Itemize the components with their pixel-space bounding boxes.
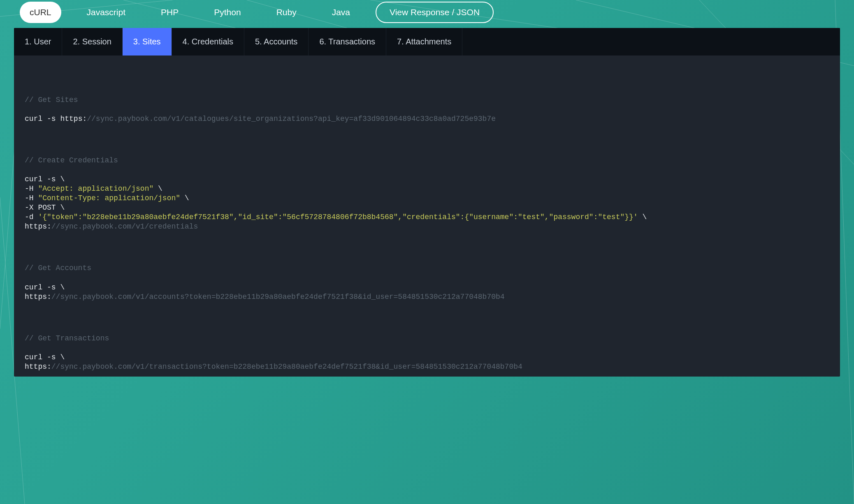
code-token: \ (180, 194, 189, 202)
code-token: \ (153, 185, 162, 193)
lang-tab-java[interactable]: Java (322, 2, 360, 23)
code-line: curl -s \ (25, 353, 829, 362)
code-token: https: (25, 293, 51, 301)
code-line: -X POST \ (25, 203, 829, 213)
code-line: -d '{"token":"b228ebe11b29a80aebfe24def7… (25, 213, 829, 222)
step-tab--transactions[interactable]: 6. Transactions (309, 28, 386, 55)
code-token: //sync.paybook.com/v1/transactions?token… (51, 363, 522, 371)
lang-tab-javascript[interactable]: Javascript (77, 2, 136, 23)
code-token: "Accept: application/json" (38, 185, 153, 193)
code-token: curl -s \ (25, 283, 65, 291)
code-token: //sync.paybook.com/v1/credentials (51, 222, 198, 231)
code-panel: 1. User2. Session3. Sites4. Credentials5… (14, 28, 840, 377)
code-token: //sync.paybook.com/v1/accounts?token=b22… (51, 293, 505, 301)
code-block: // Get Sites curl -s https://sync.payboo… (25, 95, 829, 124)
code-token: curl -s (25, 115, 60, 123)
lang-tab-ruby[interactable]: Ruby (267, 2, 306, 23)
code-line: -H "Content-Type: application/json" \ (25, 194, 829, 203)
step-tab--sites[interactable]: 3. Sites (123, 28, 172, 55)
code-line: curl -s \ (25, 283, 829, 292)
code-area: // Get Sites curl -s https://sync.payboo… (14, 55, 840, 377)
code-token: \ (638, 213, 647, 221)
lang-tab-python[interactable]: Python (204, 2, 251, 23)
code-block: // Get Accounts curl -s \https://sync.pa… (25, 264, 829, 301)
code-line: https://sync.paybook.com/v1/transactions… (25, 362, 829, 372)
step-tabs-row: 1. User2. Session3. Sites4. Credentials5… (14, 28, 840, 55)
code-comment: // Get Accounts (25, 264, 91, 272)
lang-tab-php[interactable]: PHP (151, 2, 188, 23)
code-token: -d (25, 213, 38, 221)
code-line: https://sync.paybook.com/v1/credentials (25, 222, 829, 231)
code-line: -H "Accept: application/json" \ (25, 184, 829, 194)
code-token: https: (60, 115, 87, 123)
step-tab--credentials[interactable]: 4. Credentials (172, 28, 244, 55)
code-token: https: (25, 363, 51, 371)
code-line: https://sync.paybook.com/v1/accounts?tok… (25, 292, 829, 302)
step-tab--session[interactable]: 2. Session (62, 28, 122, 55)
step-tab--user[interactable]: 1. User (14, 28, 62, 55)
code-token: '{"token":"b228ebe11b29a80aebfe24def7521… (38, 213, 638, 221)
code-token: -H (25, 185, 38, 193)
language-tabs-row: cURLJavascriptPHPPythonRubyJavaView Resp… (14, 2, 840, 28)
code-token: curl -s \ (25, 175, 65, 183)
code-token: "Content-Type: application/json" (38, 194, 180, 202)
step-tab--attachments[interactable]: 7. Attachments (386, 28, 462, 55)
code-token: curl -s \ (25, 353, 65, 361)
code-token: -X POST \ (25, 203, 65, 212)
code-token: //sync.paybook.com/v1/catalogues/site_or… (87, 115, 496, 123)
view-response-button[interactable]: View Response / JSON (376, 2, 494, 23)
lang-tab-curl[interactable]: cURL (20, 2, 61, 23)
code-comment: // Create Credentials (25, 156, 118, 164)
code-comment: // Get Transactions (25, 334, 109, 342)
step-tab--accounts[interactable]: 5. Accounts (244, 28, 309, 55)
code-token: -H (25, 194, 38, 202)
code-line: curl -s https://sync.paybook.com/v1/cata… (25, 114, 829, 124)
code-line: curl -s \ (25, 175, 829, 184)
code-comment: // Get Sites (25, 96, 78, 104)
code-block: // Create Credentials curl -s \-H "Accep… (25, 156, 829, 231)
code-block: // Get Transactions curl -s \https://syn… (25, 334, 829, 372)
code-token: https: (25, 222, 51, 231)
